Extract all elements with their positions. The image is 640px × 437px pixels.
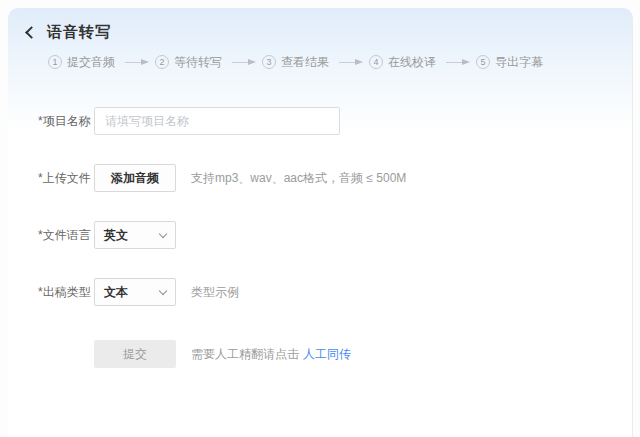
step-view-result: 3 查看结果 — [262, 54, 329, 71]
output-type-select[interactable]: 文本 — [94, 278, 176, 306]
step-label: 导出字幕 — [495, 54, 543, 71]
step-arrow-icon — [446, 62, 468, 63]
step-indicator: 1 提交音频 2 等待转写 3 查看结果 4 在线校译 5 导出字幕 — [48, 54, 632, 70]
step-arrow-icon — [232, 62, 254, 63]
upload-format-hint: 支持mp3、wav、aac格式，音频 ≤ 500M — [191, 170, 406, 187]
output-type-label: *出稿类型 — [38, 284, 94, 301]
project-name-input[interactable] — [94, 107, 340, 135]
file-language-label: *文件语言 — [38, 227, 94, 244]
output-type-row: *出稿类型 文本 类型示例 — [8, 278, 632, 306]
file-language-row: *文件语言 英文 — [8, 221, 632, 249]
step-export-subtitle: 5 导出字幕 — [476, 54, 543, 71]
transcription-form: *项目名称 *上传文件 添加音频 支持mp3、wav、aac格式，音频 ≤ 50… — [8, 107, 632, 368]
upload-file-label: *上传文件 — [38, 170, 94, 187]
step-number-icon: 2 — [155, 55, 169, 69]
step-number-icon: 5 — [476, 55, 490, 69]
step-arrow-icon — [339, 62, 361, 63]
submit-row: 提交 需要人工精翻请点击 人工同传 — [8, 340, 632, 368]
upload-file-row: *上传文件 添加音频 支持mp3、wav、aac格式，音频 ≤ 500M — [8, 164, 632, 192]
step-wait-transcribe: 2 等待转写 — [155, 54, 222, 71]
step-label: 等待转写 — [174, 54, 222, 71]
chevron-down-icon — [159, 229, 167, 237]
page-header: 语音转写 — [8, 8, 632, 42]
step-label: 在线校译 — [388, 54, 436, 71]
step-arrow-icon — [125, 62, 147, 63]
language-select[interactable]: 英文 — [94, 221, 176, 249]
language-selected-value: 英文 — [104, 227, 128, 244]
chevron-down-icon — [159, 286, 167, 294]
step-number-icon: 4 — [369, 55, 383, 69]
project-name-label: *项目名称 — [38, 113, 94, 130]
add-audio-button[interactable]: 添加音频 — [94, 164, 176, 192]
manual-translation-hint: 需要人工精翻请点击 — [191, 346, 299, 363]
step-label: 查看结果 — [281, 54, 329, 71]
step-label: 提交音频 — [67, 54, 115, 71]
step-online-proofread: 4 在线校译 — [369, 54, 436, 71]
type-example-link[interactable]: 类型示例 — [191, 284, 239, 301]
step-submit-audio: 1 提交音频 — [48, 54, 115, 71]
page-title: 语音转写 — [47, 23, 111, 42]
project-name-row: *项目名称 — [8, 107, 632, 135]
submit-button[interactable]: 提交 — [94, 340, 176, 368]
output-type-selected-value: 文本 — [104, 284, 128, 301]
step-number-icon: 3 — [262, 55, 276, 69]
step-number-icon: 1 — [48, 55, 62, 69]
back-icon[interactable] — [25, 26, 38, 39]
manual-interpretation-link[interactable]: 人工同传 — [303, 346, 351, 363]
transcription-card: 语音转写 1 提交音频 2 等待转写 3 查看结果 4 在线校译 5 导出字幕 … — [8, 8, 633, 437]
